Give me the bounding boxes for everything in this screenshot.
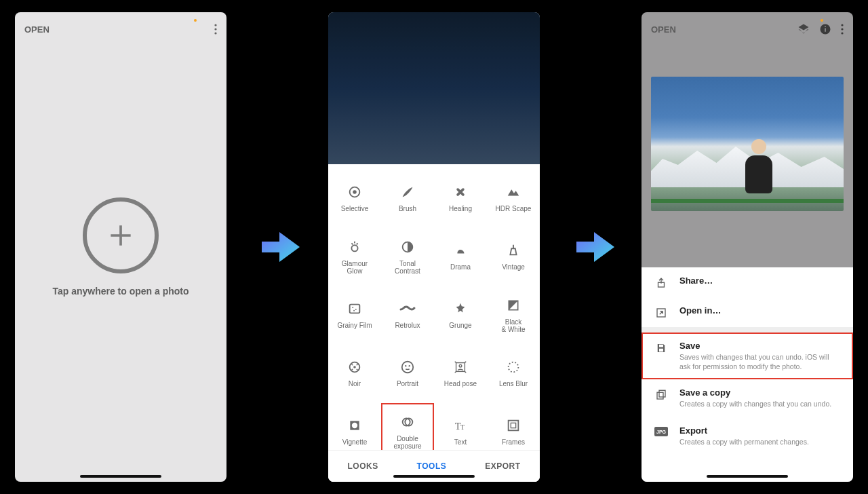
tool-selective[interactable]: Selective xyxy=(328,170,381,225)
healing-icon xyxy=(453,182,468,202)
row-title: Save a copy xyxy=(679,387,841,398)
svg-point-17 xyxy=(405,365,406,366)
export-row-save-copy[interactable]: Save a copyCreates a copy with changes t… xyxy=(642,379,853,417)
tool-label: Grunge xyxy=(449,322,471,330)
tool-drama[interactable]: Drama xyxy=(434,228,487,284)
tool-noir[interactable]: Noir xyxy=(328,345,381,400)
home-indicator xyxy=(80,475,161,478)
tab-tools[interactable]: TOOLS xyxy=(417,461,447,471)
tool-label: Vignette xyxy=(342,438,368,446)
arrow-right-icon xyxy=(258,227,304,267)
tool-label: Double exposure xyxy=(393,435,421,451)
row-title: Save xyxy=(679,341,841,351)
tool-label: Black & White xyxy=(501,318,525,334)
selective-icon xyxy=(347,182,362,202)
more-vertical-icon[interactable] xyxy=(841,24,844,35)
screen-open-photo: OPEN Tap anywhere to open a photo xyxy=(15,12,226,482)
svg-rect-39 xyxy=(659,349,663,352)
tool-grainy-film[interactable]: Grainy Film xyxy=(328,286,381,342)
export-row-export[interactable]: JPGExportCreates a copy with permanent c… xyxy=(642,417,853,455)
tool-label: Brush xyxy=(399,205,416,213)
screen-tools-panel: SelectiveBrushHealingHDR ScapeGlamour Gl… xyxy=(328,12,540,482)
svg-text:JPG: JPG xyxy=(656,430,667,434)
export-icon: JPG xyxy=(654,425,669,436)
tool-healing[interactable]: Healing xyxy=(434,170,487,225)
layers-icon[interactable] xyxy=(797,23,810,35)
svg-rect-41 xyxy=(659,391,665,398)
home-indicator xyxy=(393,475,475,478)
tool-portrait[interactable]: Portrait xyxy=(381,345,434,400)
svg-point-12 xyxy=(353,310,355,311)
tool-label: HDR Scape xyxy=(496,205,532,213)
tab-export[interactable]: EXPORT xyxy=(485,461,520,471)
arrow-right-icon xyxy=(572,227,618,267)
grunge-icon xyxy=(453,299,468,319)
row-title: Export xyxy=(679,425,841,436)
row-desc: Saves with changes that you can undo. iO… xyxy=(679,352,841,371)
svg-rect-28 xyxy=(509,421,519,431)
row-title: Share… xyxy=(679,276,841,286)
brush-icon xyxy=(400,182,415,202)
home-indicator xyxy=(707,475,788,478)
tool-tonal-contrast[interactable]: Tonal Contrast xyxy=(381,228,434,284)
svg-point-10 xyxy=(352,307,353,309)
svg-point-21 xyxy=(509,362,519,373)
svg-point-4 xyxy=(353,191,357,195)
share-icon xyxy=(654,276,669,289)
svg-point-35 xyxy=(841,32,843,34)
open-button[interactable]: OPEN xyxy=(651,24,676,35)
tonal-contrast-icon xyxy=(400,237,415,257)
svg-rect-31 xyxy=(825,28,826,32)
portrait-icon xyxy=(400,357,415,377)
export-row-save[interactable]: SaveSaves with changes that you can undo… xyxy=(642,332,853,379)
tool-label: Glamour Glow xyxy=(342,260,368,276)
info-icon[interactable] xyxy=(819,23,831,35)
svg-rect-40 xyxy=(657,393,663,400)
tool-grunge[interactable]: Grunge xyxy=(434,286,487,342)
plus-circle-icon xyxy=(83,197,159,273)
drama-icon xyxy=(453,240,468,261)
svg-point-18 xyxy=(409,365,410,366)
head-pose-icon xyxy=(453,357,468,377)
open-photo-area[interactable]: Tap anywhere to open a photo xyxy=(15,12,226,482)
screen-export-sheet: OPEN Share…Open in…SaveSaves with change… xyxy=(642,12,853,482)
svg-point-7 xyxy=(351,245,357,251)
tool-label: Selective xyxy=(341,205,369,213)
tool-label: Retrolux xyxy=(395,322,420,330)
svg-point-11 xyxy=(355,309,357,310)
vintage-icon xyxy=(506,240,521,261)
tool-label: Tonal Contrast xyxy=(395,260,420,276)
tool-black-white[interactable]: Black & White xyxy=(487,286,540,342)
tool-head-pose[interactable]: Head pose xyxy=(434,345,487,400)
export-row-open-in[interactable]: Open in… xyxy=(642,297,853,327)
retrolux-icon xyxy=(399,299,416,319)
glamour-glow-icon xyxy=(347,237,362,257)
svg-rect-38 xyxy=(659,345,663,347)
svg-rect-29 xyxy=(511,423,515,428)
tab-looks[interactable]: LOOKS xyxy=(347,461,378,471)
svg-point-23 xyxy=(352,423,357,428)
tool-brush[interactable]: Brush xyxy=(381,170,434,225)
open-in-icon xyxy=(654,305,669,319)
save-icon xyxy=(654,341,669,354)
tool-label: Drama xyxy=(450,263,471,271)
svg-point-20 xyxy=(459,365,462,368)
tool-label: Vintage xyxy=(502,263,525,271)
tool-label: Grainy Film xyxy=(337,322,372,330)
hdr-scape-icon xyxy=(506,182,521,202)
tap-prompt-label: Tap anywhere to open a photo xyxy=(52,286,189,297)
tool-glamour-glow[interactable]: Glamour Glow xyxy=(328,228,381,284)
row-desc: Creates a copy with permanent changes. xyxy=(679,437,841,446)
photo-preview xyxy=(651,77,844,211)
photo-preview xyxy=(328,12,540,164)
tool-vintage[interactable]: Vintage xyxy=(487,228,540,284)
tool-label: Text xyxy=(454,438,467,446)
tool-retrolux[interactable]: Retrolux xyxy=(381,286,434,342)
export-row-share[interactable]: Share… xyxy=(642,267,853,297)
tool-hdr-scape[interactable]: HDR Scape xyxy=(487,170,540,225)
black-white-icon xyxy=(507,295,520,316)
save-copy-icon xyxy=(654,387,669,401)
tool-label: Lens Blur xyxy=(499,380,528,388)
tool-lens-blur[interactable]: Lens Blur xyxy=(487,345,540,400)
svg-point-33 xyxy=(841,24,843,26)
